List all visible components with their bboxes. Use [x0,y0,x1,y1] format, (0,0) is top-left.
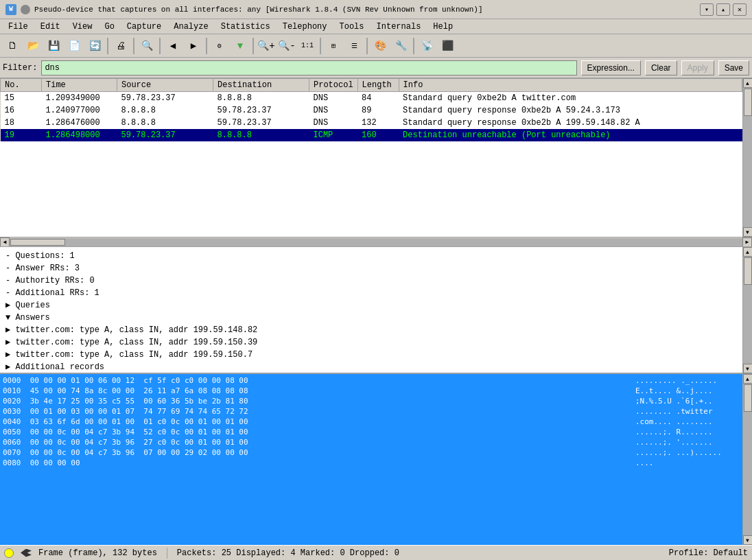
toolbar-capture-filter[interactable]: ▼ [231,36,250,56]
hex-right-panel: ......... ._......E..t.... &..j....;N.%.… [633,374,742,545]
menu-go[interactable]: Go [99,20,119,34]
detail-line: - Additional RRs: 1 [0,287,742,299]
packets-info: Packets: 25 Displayed: 4 Marked: 0 Dropp… [177,548,399,558]
packet-list-hscroll[interactable]: ◀ ▶ [0,237,752,246]
toolbar-wifi[interactable]: 📡 [417,36,436,56]
toolbar-open[interactable]: 📂 [23,36,43,56]
hex-vscroll-track[interactable] [743,384,753,535]
detail-line: - Answer RRs: 3 [0,262,742,275]
toolbar-sep-6 [320,38,321,54]
table-row[interactable]: 161.2409770008.8.8.859.78.23.37DNS89Stan… [1,104,742,117]
vscroll-thumb[interactable] [744,89,752,116]
hscroll-right-btn[interactable]: ▶ [742,237,752,247]
detail-line[interactable]: ▼ Answers [0,312,742,324]
toolbar-display-filter[interactable]: 🔧 [391,36,410,56]
hex-left-panel: 0000 00 00 00 01 00 06 00 12 cf 5f c0 c0… [0,374,633,545]
minimize-button[interactable]: ▾ [700,3,714,16]
hex-line-left: 0060 00 00 0c 00 04 c7 3b 96 27 c0 0c 00… [3,437,630,447]
vscroll-track[interactable] [743,88,753,227]
col-info[interactable]: Info [399,79,742,92]
toolbar-print[interactable]: 🖨 [111,36,130,56]
toolbar-col-prefs[interactable]: ☰ [344,36,364,56]
menu-edit[interactable]: Edit [35,20,66,34]
hscroll-track[interactable] [10,238,742,246]
toolbar-back[interactable]: ◀ [163,36,183,56]
toolbar-zoom-in[interactable]: 🔍+ [257,36,276,56]
hex-line-left: 0050 00 00 0c 00 04 c7 3b 94 52 c0 0c 00… [3,427,630,437]
filter-label: Filter: [3,63,37,73]
menu-file[interactable]: File [3,20,34,34]
toolbar-new[interactable]: 🗋 [3,36,22,56]
vscroll-down-btn[interactable]: ▼ [743,227,753,237]
toolbar-zoom-out[interactable]: 🔍- [277,36,296,56]
toolbar-sep-4 [206,38,207,54]
col-source[interactable]: Source [117,79,213,92]
table-row[interactable]: 181.2864760008.8.8.859.78.23.37DNS132Sta… [1,117,742,129]
menu-telephony[interactable]: Telephony [277,20,333,34]
col-len[interactable]: Length [357,79,399,92]
detail-line[interactable]: ▶ Queries [0,299,742,312]
detail-vscroll-thumb[interactable] [744,257,752,285]
table-row[interactable]: 151.20934900059.78.23.378.8.8.8DNS84Stan… [1,92,742,105]
menu-internals[interactable]: Internals [371,20,427,34]
menu-analyze[interactable]: Analyze [168,20,213,34]
hscroll-thumb[interactable] [10,239,65,246]
hex-line-right: ......;. R....... [635,427,740,437]
hex-vscroll[interactable]: ▲ ▼ [742,374,752,545]
status-bar: Frame (frame), 132 bytes Packets: 25 Dis… [0,545,752,560]
packet-list-pane: No. Time Source Destination Protocol Len… [0,78,752,246]
expression-button[interactable]: Expression... [581,60,641,75]
toolbar-forward[interactable]: ▶ [184,36,203,56]
toolbar-reload[interactable]: 🔄 [85,36,104,56]
packet-empty-area [0,141,742,237]
packet-list-scroll: No. Time Source Destination Protocol Len… [0,78,752,237]
menu-help[interactable]: Help [427,20,458,34]
detail-line[interactable]: ▶ twitter.com: type A, class IN, addr 19… [0,324,742,336]
menu-bar: File Edit View Go Capture Analyze Statis… [0,19,752,34]
detail-line[interactable]: ▶ Additional records [0,361,742,373]
hex-vscroll-thumb[interactable] [744,384,752,412]
col-time[interactable]: Time [42,79,117,92]
hscroll-left-btn[interactable]: ◀ [0,237,10,247]
menu-view[interactable]: View [67,20,98,34]
menu-tools[interactable]: Tools [334,20,370,34]
detail-line[interactable]: ▶ twitter.com: type A, class IN, addr 19… [0,349,742,361]
toolbar-sep-5 [252,38,254,54]
vscroll-up-btn[interactable]: ▲ [743,78,753,88]
filter-input[interactable] [41,60,576,75]
maximize-button[interactable]: ▴ [716,3,730,16]
toolbar-resize-cols[interactable]: ⊞ [324,36,343,56]
col-proto[interactable]: Protocol [309,79,358,92]
hex-line-right: .... [635,458,740,468]
toolbar-stop[interactable]: ⬛ [438,36,457,56]
close-button[interactable]: ✕ [733,3,747,16]
col-dest[interactable]: Destination [213,79,309,92]
menu-capture[interactable]: Capture [121,20,167,34]
detail-line: - Authority RRs: 0 [0,275,742,287]
detail-vscroll[interactable]: ▲ ▼ [742,247,752,373]
save-button[interactable]: Save [718,60,749,75]
toolbar-find[interactable]: 🔍 [137,36,156,56]
packet-list-vscroll[interactable]: ▲ ▼ [742,78,752,237]
toolbar-zoom-reset[interactable]: 1:1 [298,36,317,56]
col-no[interactable]: No. [1,79,42,92]
detail-vscroll-track[interactable] [743,257,753,364]
toolbar-colorize[interactable]: 🎨 [371,36,390,56]
detail-line[interactable]: ▶ twitter.com: type A, class IN, addr 19… [0,336,742,349]
clear-button[interactable]: Clear [645,60,677,75]
hex-line-left: 0000 00 00 00 01 00 06 00 12 cf 5f c0 c0… [3,375,630,386]
hex-line-left: 0020 3b 4e 17 25 00 35 c5 55 00 60 36 5b… [3,396,630,406]
apply-button[interactable]: Apply [681,60,714,75]
toolbar-save[interactable]: 💾 [44,36,63,56]
detail-vscroll-down[interactable]: ▼ [743,364,753,373]
hex-vscroll-up[interactable]: ▲ [743,374,753,384]
hex-line-right: ......;. '....... [635,437,740,447]
hex-line-left: 0010 45 00 00 74 8a 8c 00 00 26 11 a7 6a… [3,386,630,396]
menu-statistics[interactable]: Statistics [215,20,276,34]
hex-vscroll-down[interactable]: ▼ [743,535,753,545]
toolbar-close[interactable]: 📄 [64,36,84,56]
table-row[interactable]: 191.28649800059.78.23.378.8.8.8ICMP160De… [1,129,742,141]
close-dot[interactable] [21,5,30,14]
toolbar-capture-options[interactable]: ⚙ [210,36,229,56]
detail-vscroll-up[interactable]: ▲ [743,247,753,257]
